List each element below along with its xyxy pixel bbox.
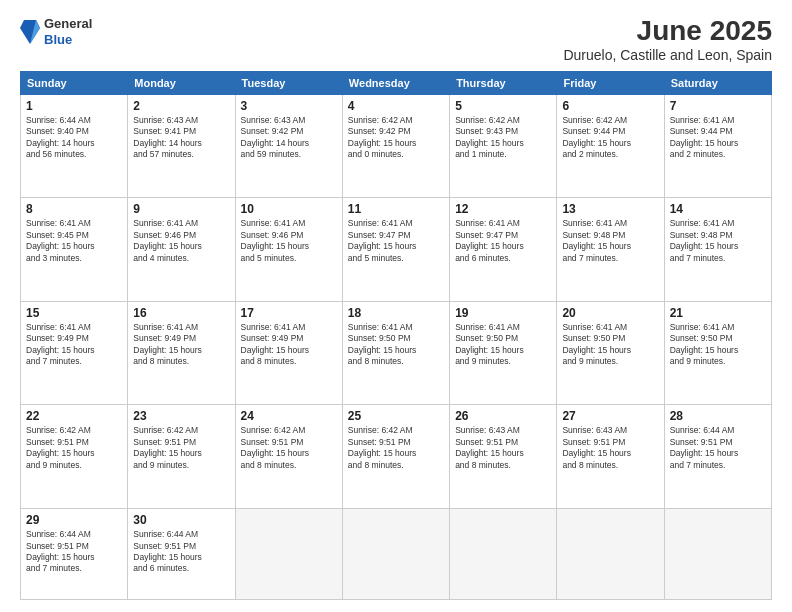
day-info: Sunrise: 6:41 AMSunset: 9:50 PMDaylight:… (348, 322, 444, 368)
day-number: 22 (26, 409, 122, 423)
day-info: Sunrise: 6:41 AMSunset: 9:49 PMDaylight:… (241, 322, 337, 368)
day-info: Sunrise: 6:41 AMSunset: 9:45 PMDaylight:… (26, 218, 122, 264)
day-info: Sunrise: 6:42 AMSunset: 9:51 PMDaylight:… (348, 425, 444, 471)
table-row: 21Sunrise: 6:41 AMSunset: 9:50 PMDayligh… (664, 301, 771, 405)
day-number: 13 (562, 202, 658, 216)
day-info: Sunrise: 6:44 AMSunset: 9:51 PMDaylight:… (26, 529, 122, 575)
table-row (557, 509, 664, 600)
table-row: 13Sunrise: 6:41 AMSunset: 9:48 PMDayligh… (557, 198, 664, 302)
calendar-week-3: 15Sunrise: 6:41 AMSunset: 9:49 PMDayligh… (21, 301, 772, 405)
day-info: Sunrise: 6:42 AMSunset: 9:51 PMDaylight:… (133, 425, 229, 471)
logo-icon (20, 18, 40, 46)
table-row: 26Sunrise: 6:43 AMSunset: 9:51 PMDayligh… (450, 405, 557, 509)
day-number: 26 (455, 409, 551, 423)
table-row: 28Sunrise: 6:44 AMSunset: 9:51 PMDayligh… (664, 405, 771, 509)
day-info: Sunrise: 6:42 AMSunset: 9:43 PMDaylight:… (455, 115, 551, 161)
day-number: 12 (455, 202, 551, 216)
table-row: 12Sunrise: 6:41 AMSunset: 9:47 PMDayligh… (450, 198, 557, 302)
day-number: 25 (348, 409, 444, 423)
day-info: Sunrise: 6:41 AMSunset: 9:47 PMDaylight:… (455, 218, 551, 264)
table-row: 6Sunrise: 6:42 AMSunset: 9:44 PMDaylight… (557, 94, 664, 198)
table-row: 5Sunrise: 6:42 AMSunset: 9:43 PMDaylight… (450, 94, 557, 198)
day-number: 24 (241, 409, 337, 423)
day-number: 14 (670, 202, 766, 216)
table-row: 8Sunrise: 6:41 AMSunset: 9:45 PMDaylight… (21, 198, 128, 302)
day-info: Sunrise: 6:41 AMSunset: 9:49 PMDaylight:… (26, 322, 122, 368)
day-number: 15 (26, 306, 122, 320)
calendar-week-1: 1Sunrise: 6:44 AMSunset: 9:40 PMDaylight… (21, 94, 772, 198)
table-row: 16Sunrise: 6:41 AMSunset: 9:49 PMDayligh… (128, 301, 235, 405)
day-number: 1 (26, 99, 122, 113)
table-row: 1Sunrise: 6:44 AMSunset: 9:40 PMDaylight… (21, 94, 128, 198)
table-row (235, 509, 342, 600)
day-info: Sunrise: 6:41 AMSunset: 9:49 PMDaylight:… (133, 322, 229, 368)
calendar-table: Sunday Monday Tuesday Wednesday Thursday… (20, 71, 772, 600)
table-row (342, 509, 449, 600)
day-info: Sunrise: 6:43 AMSunset: 9:42 PMDaylight:… (241, 115, 337, 161)
col-sunday: Sunday (21, 71, 128, 94)
calendar-week-4: 22Sunrise: 6:42 AMSunset: 9:51 PMDayligh… (21, 405, 772, 509)
table-row: 25Sunrise: 6:42 AMSunset: 9:51 PMDayligh… (342, 405, 449, 509)
logo: General Blue (20, 16, 92, 47)
table-row: 11Sunrise: 6:41 AMSunset: 9:47 PMDayligh… (342, 198, 449, 302)
calendar-body: 1Sunrise: 6:44 AMSunset: 9:40 PMDaylight… (21, 94, 772, 599)
day-number: 27 (562, 409, 658, 423)
day-info: Sunrise: 6:41 AMSunset: 9:48 PMDaylight:… (562, 218, 658, 264)
table-row: 14Sunrise: 6:41 AMSunset: 9:48 PMDayligh… (664, 198, 771, 302)
day-number: 6 (562, 99, 658, 113)
title-block: June 2025 Duruelo, Castille and Leon, Sp… (563, 16, 772, 63)
day-number: 4 (348, 99, 444, 113)
table-row: 9Sunrise: 6:41 AMSunset: 9:46 PMDaylight… (128, 198, 235, 302)
day-info: Sunrise: 6:41 AMSunset: 9:47 PMDaylight:… (348, 218, 444, 264)
col-monday: Monday (128, 71, 235, 94)
day-number: 2 (133, 99, 229, 113)
day-number: 17 (241, 306, 337, 320)
day-info: Sunrise: 6:44 AMSunset: 9:51 PMDaylight:… (670, 425, 766, 471)
subtitle: Duruelo, Castille and Leon, Spain (563, 47, 772, 63)
day-number: 18 (348, 306, 444, 320)
table-row: 15Sunrise: 6:41 AMSunset: 9:49 PMDayligh… (21, 301, 128, 405)
day-number: 16 (133, 306, 229, 320)
day-info: Sunrise: 6:42 AMSunset: 9:44 PMDaylight:… (562, 115, 658, 161)
page: General Blue June 2025 Duruelo, Castille… (0, 0, 792, 612)
day-number: 23 (133, 409, 229, 423)
table-row (664, 509, 771, 600)
day-info: Sunrise: 6:43 AMSunset: 9:41 PMDaylight:… (133, 115, 229, 161)
table-row: 10Sunrise: 6:41 AMSunset: 9:46 PMDayligh… (235, 198, 342, 302)
day-info: Sunrise: 6:43 AMSunset: 9:51 PMDaylight:… (562, 425, 658, 471)
day-info: Sunrise: 6:41 AMSunset: 9:50 PMDaylight:… (455, 322, 551, 368)
table-row: 7Sunrise: 6:41 AMSunset: 9:44 PMDaylight… (664, 94, 771, 198)
table-row: 24Sunrise: 6:42 AMSunset: 9:51 PMDayligh… (235, 405, 342, 509)
calendar-week-5: 29Sunrise: 6:44 AMSunset: 9:51 PMDayligh… (21, 509, 772, 600)
day-info: Sunrise: 6:41 AMSunset: 9:48 PMDaylight:… (670, 218, 766, 264)
table-row: 18Sunrise: 6:41 AMSunset: 9:50 PMDayligh… (342, 301, 449, 405)
day-info: Sunrise: 6:41 AMSunset: 9:46 PMDaylight:… (133, 218, 229, 264)
day-info: Sunrise: 6:41 AMSunset: 9:50 PMDaylight:… (670, 322, 766, 368)
day-info: Sunrise: 6:44 AMSunset: 9:51 PMDaylight:… (133, 529, 229, 575)
header-row: Sunday Monday Tuesday Wednesday Thursday… (21, 71, 772, 94)
col-tuesday: Tuesday (235, 71, 342, 94)
day-number: 9 (133, 202, 229, 216)
day-number: 3 (241, 99, 337, 113)
table-row: 22Sunrise: 6:42 AMSunset: 9:51 PMDayligh… (21, 405, 128, 509)
col-wednesday: Wednesday (342, 71, 449, 94)
day-number: 10 (241, 202, 337, 216)
table-row: 27Sunrise: 6:43 AMSunset: 9:51 PMDayligh… (557, 405, 664, 509)
day-number: 21 (670, 306, 766, 320)
calendar-header: Sunday Monday Tuesday Wednesday Thursday… (21, 71, 772, 94)
logo-general-text: General (44, 16, 92, 32)
table-row (450, 509, 557, 600)
day-number: 29 (26, 513, 122, 527)
day-info: Sunrise: 6:41 AMSunset: 9:50 PMDaylight:… (562, 322, 658, 368)
day-number: 7 (670, 99, 766, 113)
day-info: Sunrise: 6:42 AMSunset: 9:51 PMDaylight:… (26, 425, 122, 471)
logo-blue-text: Blue (44, 32, 92, 48)
table-row: 17Sunrise: 6:41 AMSunset: 9:49 PMDayligh… (235, 301, 342, 405)
table-row: 3Sunrise: 6:43 AMSunset: 9:42 PMDaylight… (235, 94, 342, 198)
col-friday: Friday (557, 71, 664, 94)
table-row: 20Sunrise: 6:41 AMSunset: 9:50 PMDayligh… (557, 301, 664, 405)
day-number: 5 (455, 99, 551, 113)
col-saturday: Saturday (664, 71, 771, 94)
day-number: 20 (562, 306, 658, 320)
day-info: Sunrise: 6:41 AMSunset: 9:44 PMDaylight:… (670, 115, 766, 161)
